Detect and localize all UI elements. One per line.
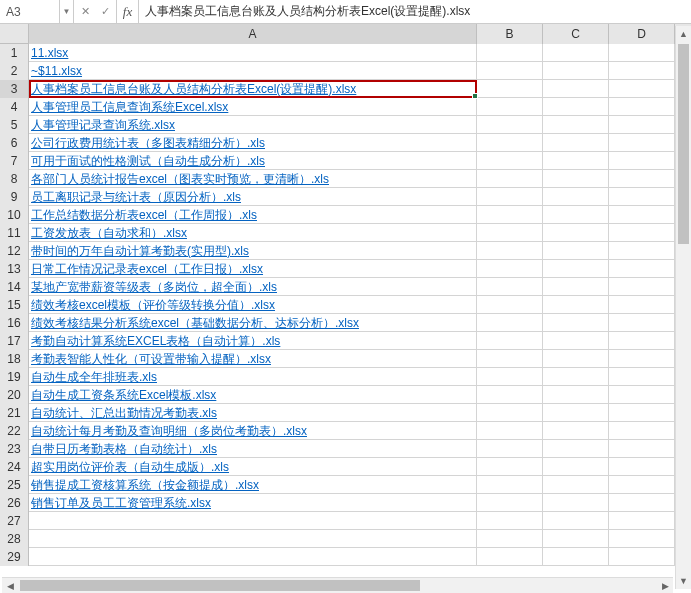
cell[interactable]: 各部门人员统计报告excel（图表实时预览，更清晰）.xls <box>29 170 477 188</box>
row-header[interactable]: 2 <box>0 62 29 80</box>
row-header[interactable]: 14 <box>0 278 29 296</box>
row-header[interactable]: 5 <box>0 116 29 134</box>
cell[interactable] <box>543 80 609 98</box>
cell[interactable]: 考勤表智能人性化（可设置带输入提醒）.xlsx <box>29 350 477 368</box>
cell[interactable] <box>477 98 543 116</box>
cell[interactable] <box>543 476 609 494</box>
file-link[interactable]: 可用于面试的性格测试（自动生成分析）.xls <box>31 153 265 170</box>
row-header[interactable]: 22 <box>0 422 29 440</box>
cell[interactable] <box>609 548 675 566</box>
cell[interactable] <box>543 530 609 548</box>
row-header[interactable]: 28 <box>0 530 29 548</box>
scroll-left-icon[interactable]: ◀ <box>2 578 18 593</box>
cell[interactable] <box>543 188 609 206</box>
row-header[interactable]: 24 <box>0 458 29 476</box>
cell[interactable] <box>477 404 543 422</box>
cell[interactable]: 绩效考核结果分析系统excel（基础数据分析、达标分析）.xlsx <box>29 314 477 332</box>
cell[interactable] <box>609 440 675 458</box>
file-link[interactable]: 绩效考核excel模板（评价等级转换分值）.xlsx <box>31 297 275 314</box>
cell[interactable] <box>543 368 609 386</box>
cell[interactable] <box>477 296 543 314</box>
cell[interactable] <box>543 494 609 512</box>
column-header-A[interactable]: A <box>29 24 477 44</box>
file-link[interactable]: 人事档案员工信息台账及人员结构分析表Excel(设置提醒).xlsx <box>31 81 356 98</box>
cell[interactable] <box>477 512 543 530</box>
cell[interactable] <box>609 350 675 368</box>
cell[interactable] <box>609 80 675 98</box>
cell[interactable] <box>609 44 675 62</box>
cell[interactable] <box>543 350 609 368</box>
cell[interactable]: 自动统计、汇总出勤情况考勤表.xls <box>29 404 477 422</box>
cell[interactable]: 人事管理记录查询系统.xlsx <box>29 116 477 134</box>
fx-icon[interactable]: fx <box>117 0 139 23</box>
cell[interactable] <box>477 170 543 188</box>
cell[interactable] <box>609 206 675 224</box>
row-header[interactable]: 29 <box>0 548 29 566</box>
cell[interactable]: 人事档案员工信息台账及人员结构分析表Excel(设置提醒).xlsx <box>29 80 477 98</box>
name-box[interactable]: A3 <box>0 0 60 23</box>
cell[interactable] <box>609 224 675 242</box>
cell[interactable] <box>477 116 543 134</box>
file-link[interactable]: 自动生成全年排班表.xls <box>31 369 157 386</box>
row-header[interactable]: 9 <box>0 188 29 206</box>
cell[interactable] <box>609 368 675 386</box>
horizontal-scrollbar[interactable]: ◀ ▶ <box>2 577 673 593</box>
cell[interactable]: 绩效考核excel模板（评价等级转换分值）.xlsx <box>29 296 477 314</box>
cell[interactable] <box>609 170 675 188</box>
cell[interactable] <box>477 494 543 512</box>
row-header[interactable]: 19 <box>0 368 29 386</box>
cell[interactable] <box>543 134 609 152</box>
file-link[interactable]: 自动统计每月考勤及查询明细（多岗位考勤表）.xlsx <box>31 423 307 440</box>
cell[interactable] <box>477 152 543 170</box>
row-header[interactable]: 13 <box>0 260 29 278</box>
h-scroll-thumb[interactable] <box>20 580 420 591</box>
cell[interactable] <box>477 260 543 278</box>
cell[interactable] <box>609 494 675 512</box>
row-header[interactable]: 18 <box>0 350 29 368</box>
cell[interactable] <box>609 116 675 134</box>
cell[interactable]: 自动生成全年排班表.xls <box>29 368 477 386</box>
cell[interactable] <box>477 548 543 566</box>
cell[interactable]: 超实用岗位评价表（自动生成版）.xls <box>29 458 477 476</box>
row-header[interactable]: 10 <box>0 206 29 224</box>
cell[interactable] <box>477 278 543 296</box>
cell[interactable] <box>543 44 609 62</box>
cell[interactable] <box>609 404 675 422</box>
cell[interactable] <box>477 80 543 98</box>
file-link[interactable]: 某地产宽带薪资等级表（多岗位，超全面）.xls <box>31 279 277 296</box>
cell[interactable] <box>543 422 609 440</box>
file-link[interactable]: 销售订单及员工工资管理系统.xlsx <box>31 495 211 512</box>
cell[interactable] <box>609 530 675 548</box>
cell[interactable]: 公司行政费用统计表（多图表精细分析）.xls <box>29 134 477 152</box>
row-header[interactable]: 26 <box>0 494 29 512</box>
file-link[interactable]: 绩效考核结果分析系统excel（基础数据分析、达标分析）.xlsx <box>31 315 359 332</box>
cell[interactable]: 工资发放表（自动求和）.xlsx <box>29 224 477 242</box>
file-link[interactable]: 销售提成工资核算系统（按金额提成）.xlsx <box>31 477 259 494</box>
row-header[interactable]: 17 <box>0 332 29 350</box>
cell[interactable]: ~$11.xlsx <box>29 62 477 80</box>
file-link[interactable]: 11.xlsx <box>31 46 68 60</box>
cell[interactable] <box>609 314 675 332</box>
cell[interactable] <box>543 314 609 332</box>
cell[interactable]: 人事管理员工信息查询系统Excel.xlsx <box>29 98 477 116</box>
cancel-icon[interactable]: ✕ <box>78 5 92 18</box>
cell[interactable] <box>609 242 675 260</box>
cell[interactable] <box>543 440 609 458</box>
column-header-C[interactable]: C <box>543 24 609 44</box>
file-link[interactable]: 员工离职记录与统计表（原因分析）.xls <box>31 189 241 206</box>
cell[interactable]: 销售订单及员工工资管理系统.xlsx <box>29 494 477 512</box>
vertical-scrollbar[interactable]: ▲ ▼ <box>675 26 691 589</box>
file-link[interactable]: 工作总结数据分析表excel（工作周报）.xls <box>31 207 257 224</box>
cell[interactable] <box>477 242 543 260</box>
cell[interactable] <box>609 152 675 170</box>
file-link[interactable]: 超实用岗位评价表（自动生成版）.xls <box>31 459 229 476</box>
cell[interactable]: 考勤自动计算系统EXCEL表格（自动计算）.xls <box>29 332 477 350</box>
row-header[interactable]: 23 <box>0 440 29 458</box>
row-header[interactable]: 21 <box>0 404 29 422</box>
file-link[interactable]: 人事管理员工信息查询系统Excel.xlsx <box>31 99 228 116</box>
cell[interactable] <box>477 440 543 458</box>
cell[interactable] <box>609 278 675 296</box>
cell[interactable] <box>609 296 675 314</box>
cell[interactable] <box>543 170 609 188</box>
file-link[interactable]: 带时间的万年自动计算考勤表(实用型).xls <box>31 243 249 260</box>
